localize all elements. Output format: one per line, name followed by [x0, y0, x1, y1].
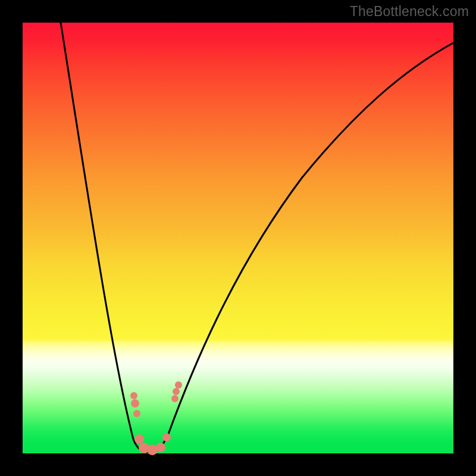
marker-dot — [175, 381, 182, 389]
marker-dot — [173, 388, 180, 395]
marker-dot — [134, 434, 144, 444]
marker-dot — [131, 399, 139, 408]
chart-svg — [23, 23, 453, 453]
marker-dot — [171, 395, 178, 402]
bottleneck-curve — [61, 23, 453, 452]
marker-dot — [156, 443, 165, 452]
marker-dot — [130, 392, 137, 399]
marker-dot — [133, 410, 140, 417]
marker-dot — [147, 444, 158, 455]
outer-frame: TheBottleneck.com — [0, 0, 476, 476]
watermark-text: TheBottleneck.com — [350, 4, 469, 20]
marker-dot — [162, 433, 171, 441]
plot-area — [23, 23, 453, 453]
